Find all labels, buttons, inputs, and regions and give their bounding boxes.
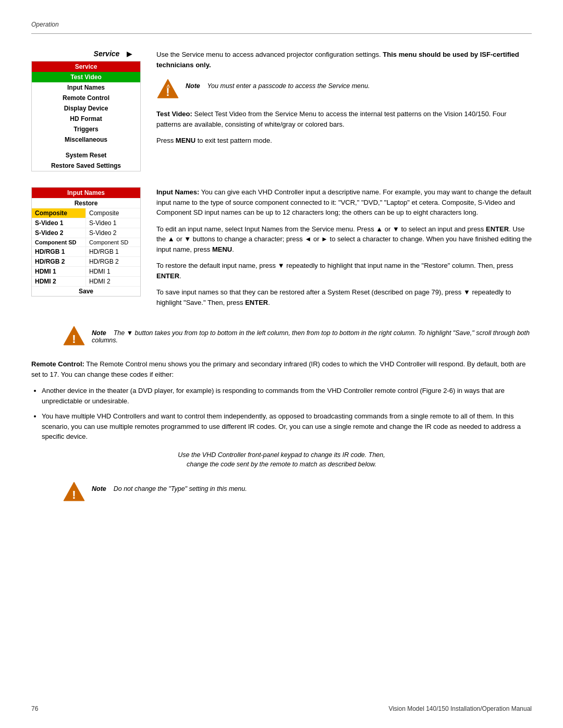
svideo1-col1: S-Video 1 — [32, 218, 86, 228]
test-video-para: Test Video: Select Test Video from the S… — [156, 109, 532, 129]
svg-text:⚠: ⚠ — [166, 84, 170, 89]
svideo2-row: S-Video 2 S-Video 2 — [32, 228, 140, 238]
operation-label: Operation — [31, 21, 532, 28]
input-names-bold: Input Names: — [156, 188, 199, 196]
composite-row: Composite Composite — [32, 208, 140, 218]
page-number: 76 — [31, 705, 38, 712]
hdmi2-col1: HDMI 2 — [32, 277, 86, 286]
service-label: Service — [94, 50, 125, 58]
italic-note-block: Use the VHD Controller front-panel keypa… — [73, 450, 490, 470]
menu-item-triggers: Triggers — [32, 124, 140, 134]
input-names-para2: To edit an input name, select Input Name… — [156, 224, 532, 255]
note2-box: ! Note Do not change the "Type" setting … — [63, 480, 532, 504]
menu-item-system-reset: System Reset — [32, 150, 140, 161]
hdmi1-col1: HDMI 1 — [32, 267, 86, 276]
service-intro-para: Use the Service menu to access advanced … — [156, 50, 532, 70]
svideo1-col2: S-Video 1 — [86, 218, 140, 228]
composite-col2: Composite — [86, 208, 140, 218]
italic-note-text: Use the VHD Controller front-panel keypa… — [73, 450, 490, 470]
test-video-text: Select Test Video from the Service Menu … — [156, 110, 507, 128]
footer: 76 Vision Model 140/150 Installation/Ope… — [31, 705, 532, 712]
note-icon-3: ! — [63, 480, 85, 504]
header-rule — [31, 33, 532, 34]
menu-item-remote-control: Remote Control — [32, 93, 140, 103]
hdmi2-row: HDMI 2 HDMI 2 — [32, 276, 140, 286]
input-names-para4: To save input names so that they can be … — [156, 287, 532, 307]
input-names-section: Input Names Restore Composite Composite … — [31, 187, 532, 314]
input-names-note-text: Note The ▼ button takes you from top to … — [92, 324, 532, 344]
note-icon: ! ⚠ — [156, 77, 179, 102]
save-row: Save — [32, 286, 140, 296]
remote-control-para1: Remote Control: The Remote Control menu … — [31, 359, 532, 379]
menu-item-input-names: Input Names — [32, 82, 140, 93]
svg-text:!: ! — [72, 488, 76, 501]
test-video-bold: Test Video: — [156, 110, 192, 118]
note2-text: Note Do not change the "Type" setting in… — [92, 480, 247, 492]
bullet-item-1: Another device in the theater (a DVD pla… — [42, 386, 532, 406]
hdrgb1-col1: HD/RGB 1 — [32, 247, 86, 256]
service-note-text: Note You must enter a passcode to access… — [186, 77, 370, 90]
page: Operation Service ▶ Service Test Video I… — [0, 0, 563, 728]
menu-item-test-video: Test Video — [32, 72, 140, 82]
hdmi2-col2: HDMI 2 — [86, 277, 140, 286]
input-names-para1: Input Names: You can give each VHD Contr… — [156, 187, 532, 218]
press-menu-para: Press MENU to exit test pattern mode. — [156, 135, 532, 146]
service-intro-text: Use the Service menu to access advanced … — [156, 51, 381, 58]
svideo2-col1: S-Video 2 — [32, 228, 86, 238]
service-section: Service ▶ Service Test Video Input Names… — [31, 50, 532, 171]
service-note-box: ! ⚠ Note You must enter a passcode to ac… — [156, 77, 532, 102]
menu-item-restore-saved: Restore Saved Settings — [32, 161, 140, 171]
service-description-col: Use the Service menu to access advanced … — [156, 50, 532, 171]
input-names-para3: To restore the default input name, press… — [156, 261, 532, 281]
hdrgb2-row: HD/RGB 2 HD/RGB 2 — [32, 256, 140, 266]
hdrgb2-col1: HD/RGB 2 — [32, 257, 86, 266]
input-names-menu-col: Input Names Restore Composite Composite … — [31, 187, 141, 314]
componentsd-col1: Component SD — [32, 238, 86, 246]
remote-control-text1: The Remote Control menu shows you the pr… — [31, 360, 525, 378]
note-icon-2: ! — [63, 324, 85, 349]
remote-control-bold: Remote Control: — [31, 360, 84, 368]
bullet-item-2: You have multiple VHD Controllers and wa… — [42, 411, 532, 442]
menu-item-service: Service — [32, 61, 140, 72]
hdmi1-col2: HDMI 1 — [86, 267, 140, 276]
componentsd-row: Component SD Component SD — [32, 238, 140, 246]
footer-title: Vision Model 140/150 Installation/Operat… — [388, 705, 532, 712]
input-names-text-col: Input Names: You can give each VHD Contr… — [156, 187, 532, 314]
service-menu-col: Service ▶ Service Test Video Input Names… — [31, 50, 141, 171]
hdmi1-row: HDMI 1 HDMI 1 — [32, 266, 140, 276]
remote-control-bullets: Another device in the theater (a DVD pla… — [42, 386, 532, 442]
input-names-header: Input Names — [32, 188, 140, 198]
hdrgb2-col2: HD/RGB 2 — [86, 257, 140, 266]
hdrgb1-col2: HD/RGB 1 — [86, 247, 140, 256]
input-names-note-box: ! Note The ▼ button takes you from top t… — [63, 324, 532, 349]
hdrgb1-row: HD/RGB 1 HD/RGB 1 — [32, 246, 140, 256]
menu-item-miscellaneous: Miscellaneous — [32, 134, 140, 145]
service-menu-box: Service Test Video Input Names Remote Co… — [31, 61, 141, 171]
input-names-box: Input Names Restore Composite Composite … — [31, 187, 141, 297]
svg-text:!: ! — [72, 332, 76, 346]
menu-item-hd-format: HD Format — [32, 114, 140, 124]
input-names-text1: You can give each VHD Controller input a… — [156, 188, 531, 216]
svideo2-col2: S-Video 2 — [86, 228, 140, 238]
composite-col1: Composite — [32, 208, 86, 218]
componentsd-col2: Component SD — [86, 238, 140, 246]
remote-control-section: Remote Control: The Remote Control menu … — [31, 359, 532, 442]
restore-row: Restore — [32, 198, 140, 208]
svideo1-row: S-Video 1 S-Video 1 — [32, 218, 140, 228]
service-arrow: ▶ — [127, 50, 132, 58]
menu-item-display-device: Display Device — [32, 103, 140, 114]
